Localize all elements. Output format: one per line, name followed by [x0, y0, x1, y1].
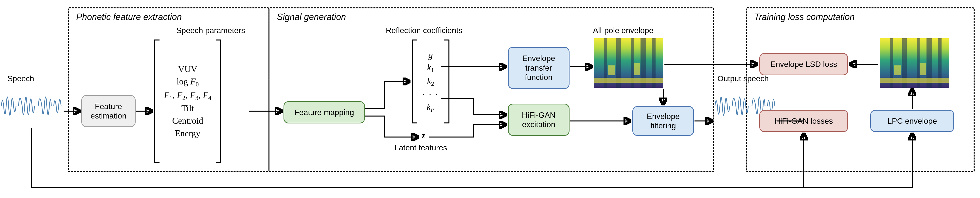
coeff-k2: k2: [427, 75, 434, 88]
param-energy: Energy: [175, 127, 200, 139]
section-training: Training loss computation: [746, 7, 975, 172]
param-vuv: VUV: [178, 63, 197, 75]
diagram-stage: Phonetic feature extraction Signal gener…: [0, 0, 980, 198]
reflection-coeffs-label: Reflection coefficients: [380, 26, 468, 35]
hifigan-losses-block: HiFi-GAN losses: [759, 110, 848, 132]
section-training-title: Training loss computation: [754, 12, 855, 22]
speech-parameters-label: Speech parameters: [176, 26, 245, 35]
coeff-g: g: [428, 49, 433, 61]
output-speech-label: Output speech: [718, 74, 769, 83]
param-tilt: Tilt: [181, 102, 194, 115]
latent-features-label: Latent features: [395, 143, 447, 152]
reflection-coeffs-matrix: g k1 k2 · · · kP: [412, 40, 449, 123]
hifigan-excitation-block: HiFi-GAN excitation: [508, 104, 570, 136]
param-centroid: Centroid: [172, 115, 203, 127]
param-logf0: log F0: [177, 75, 199, 89]
feature-estimation-block: Feature estimation: [81, 95, 135, 127]
svg-rect-17: [880, 78, 949, 83]
svg-rect-7: [594, 78, 663, 83]
input-speech-label: Speech: [7, 74, 34, 83]
lpc-envelope-block: LPC envelope: [870, 110, 954, 132]
feature-mapping-block: Feature mapping: [283, 101, 365, 123]
svg-rect-8: [608, 65, 615, 75]
coeff-dots: · · ·: [423, 88, 439, 101]
speech-parameters-matrix: VUV log F0 F1, F2, F3, F4 Tilt Centroid …: [154, 40, 221, 163]
svg-rect-18: [894, 65, 901, 75]
lpc-spectrogram-icon: [880, 38, 949, 88]
param-formants: F1, F2, F3, F4: [164, 89, 211, 102]
svg-rect-19: [920, 63, 926, 75]
svg-rect-9: [633, 63, 640, 75]
coeff-k1: k1: [427, 61, 434, 75]
envelope-lsd-loss-block: Envelope LSD loss: [759, 53, 848, 75]
envelope-transfer-block: Envelope transfer function: [508, 47, 570, 89]
coeff-kP: kP: [427, 101, 434, 114]
allpole-envelope-label: All-pole envelope: [593, 26, 654, 35]
section-phonetic-title: Phonetic feature extraction: [76, 12, 182, 22]
input-waveform-icon: [0, 85, 63, 127]
allpole-spectrogram-icon: [594, 38, 663, 88]
latent-z: z: [422, 131, 425, 140]
envelope-filtering-block: Envelope filtering: [632, 106, 694, 136]
section-signal-title: Signal generation: [277, 12, 346, 22]
